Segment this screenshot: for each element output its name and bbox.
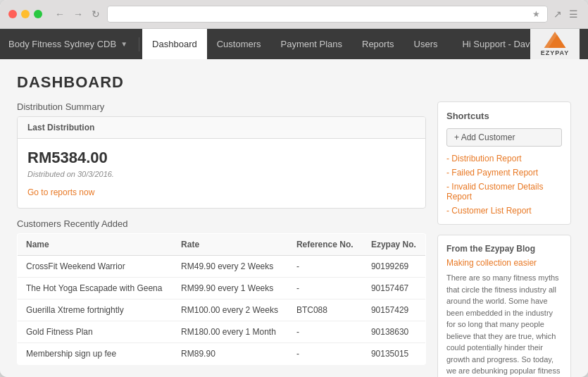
shortcut-customer-list-report[interactable]: - Customer List Report [446, 206, 562, 216]
customers-table-body: CrossFit Weekend WarriorRM49.90 every 2 … [18, 256, 426, 365]
nav-link-customers[interactable]: Customers [207, 29, 271, 59]
shortcut-failed-payment-report[interactable]: - Failed Payment Report [446, 168, 562, 178]
shortcuts-card: Shortcuts + Add Customer - Distribution … [437, 101, 571, 225]
minimize-button[interactable] [21, 10, 30, 18]
customers-section: Customers Recently Added Name Rate Refer… [17, 218, 426, 365]
col-ref: Reference No. [288, 234, 363, 256]
dist-date: Distributed on 30/3/2016. [27, 170, 415, 178]
table-cell-ezypay: 90135015 [363, 343, 426, 365]
customers-table-head: Name Rate Reference No. Ezypay No. [18, 234, 426, 256]
col-name: Name [18, 234, 173, 256]
table-row: Guerilla Xtreme fortnightlyRM100.00 ever… [18, 299, 426, 321]
customers-table-header-row: Name Rate Reference No. Ezypay No. [18, 234, 426, 256]
col-ezypay: Ezypay No. [363, 234, 426, 256]
customers-table: Name Rate Reference No. Ezypay No. Cross… [17, 233, 426, 365]
col-rate: Rate [173, 234, 288, 256]
dist-card-body: RM5384.00 Distributed on 30/3/2016. Go t… [18, 139, 425, 208]
table-cell-ezypay: 90157467 [363, 278, 426, 299]
table-cell-rate: RM100.00 every 2 Weeks [173, 299, 288, 321]
reload-button[interactable]: ↻ [90, 8, 101, 20]
table-cell-name: CrossFit Weekend Warrior [18, 256, 173, 278]
ezypay-logo-box: EZYPAY [530, 29, 580, 59]
forward-button[interactable]: → [72, 8, 85, 20]
page-title: DASHBOARD [17, 73, 571, 92]
distribution-card: Last Distribution RM5384.00 Distributed … [17, 116, 426, 209]
table-cell-name: Guerilla Xtreme fortnightly [18, 299, 173, 321]
table-cell-ref: - [288, 278, 363, 299]
content-right: Shortcuts + Add Customer - Distribution … [437, 101, 571, 377]
table-cell-rate: RM49.90 every 2 Weeks [173, 256, 288, 278]
nav-link-users[interactable]: Users [404, 29, 448, 59]
table-cell-name: Gold Fitness Plan [18, 321, 173, 343]
table-cell-rate: RM89.90 [173, 343, 288, 365]
bookmark-icon[interactable]: ★ [532, 9, 540, 19]
table-row: The Hot Yoga Escapade with GeenaRM99.90 … [18, 278, 426, 299]
nav-link-reports[interactable]: Reports [352, 29, 404, 59]
menu-button[interactable]: ☰ [568, 8, 580, 20]
ezypay-logo-text: EZYPAY [541, 49, 570, 56]
nav-brand[interactable]: Body Fitness Sydney CDB ▼ [8, 30, 133, 58]
nav-brand-arrow: ▼ [120, 40, 127, 48]
nav-link-payment-plans[interactable]: Payment Plans [271, 29, 352, 59]
table-cell-rate: RM180.00 every 1 Month [173, 321, 288, 343]
dist-amount: RM5384.00 [27, 149, 415, 167]
nav-bar: Body Fitness Sydney CDB ▼ Dashboard Cust… [0, 29, 588, 59]
table-cell-ref: - [288, 321, 363, 343]
close-button[interactable] [8, 10, 17, 18]
nav-link-dashboard[interactable]: Dashboard [142, 29, 207, 59]
table-cell-ezypay: 90199269 [363, 256, 426, 278]
table-cell-rate: RM99.90 every 1 Weeks [173, 278, 288, 299]
table-cell-ezypay: 90157429 [363, 299, 426, 321]
distribution-summary-title: Distribution Summary [17, 101, 426, 112]
blog-post-title[interactable]: Making collection easier [446, 258, 562, 268]
shortcut-invalid-customer-report[interactable]: - Invalid Customer Details Report [446, 182, 562, 202]
table-cell-ezypay: 90138630 [363, 321, 426, 343]
maximize-button[interactable] [34, 10, 42, 18]
ezypay-logo-icon [542, 32, 568, 48]
browser-titlebar: ← → ↻ ★ ↗ ☰ [0, 0, 588, 29]
address-bar[interactable]: ★ [107, 6, 548, 23]
dist-card-header: Last Distribution [18, 117, 425, 139]
table-row: Gold Fitness PlanRM180.00 every 1 Month-… [18, 321, 426, 343]
content-left: Distribution Summary Last Distribution R… [17, 101, 426, 377]
table-cell-ref: BTC088 [288, 299, 363, 321]
nav-brand-label: Body Fitness Sydney CDB [8, 39, 116, 49]
main-content: DASHBOARD Distribution Summary Last Dist… [0, 59, 588, 377]
expand-button[interactable]: ↗ [553, 8, 562, 20]
add-customer-button[interactable]: + Add Customer [446, 128, 562, 147]
shortcuts-title: Shortcuts [446, 111, 562, 121]
shortcut-links: - Distribution Report - Failed Payment R… [446, 154, 562, 216]
content-grid: Distribution Summary Last Distribution R… [17, 101, 571, 377]
nav-divider [139, 37, 139, 51]
traffic-lights [8, 10, 42, 18]
dist-reports-link[interactable]: Go to reports now [27, 187, 94, 197]
nav-links: Dashboard Customers Payment Plans Report… [142, 29, 462, 59]
browser-window: ← → ↻ ★ ↗ ☰ Body Fitness Sydney CDB ▼ Da… [0, 0, 588, 377]
back-button[interactable]: ← [54, 8, 66, 20]
browser-controls: ← → ↻ [54, 8, 101, 20]
distribution-summary-section: Distribution Summary Last Distribution R… [17, 101, 426, 209]
table-row: CrossFit Weekend WarriorRM49.90 every 2 … [18, 256, 426, 278]
table-cell-ref: - [288, 256, 363, 278]
blog-source: From the Ezypay Blog [446, 244, 562, 254]
table-row: Membership sign up feeRM89.90-90135015 [18, 343, 426, 365]
table-cell-ref: - [288, 343, 363, 365]
blog-post-text: There are so many fitness myths that cir… [446, 272, 562, 377]
shortcut-distribution-report[interactable]: - Distribution Report [446, 154, 562, 163]
table-cell-name: The Hot Yoga Escapade with Geena [18, 278, 173, 299]
customers-section-title: Customers Recently Added [17, 218, 426, 229]
table-cell-name: Membership sign up fee [18, 343, 173, 365]
blog-card: From the Ezypay Blog Making collection e… [437, 235, 571, 377]
